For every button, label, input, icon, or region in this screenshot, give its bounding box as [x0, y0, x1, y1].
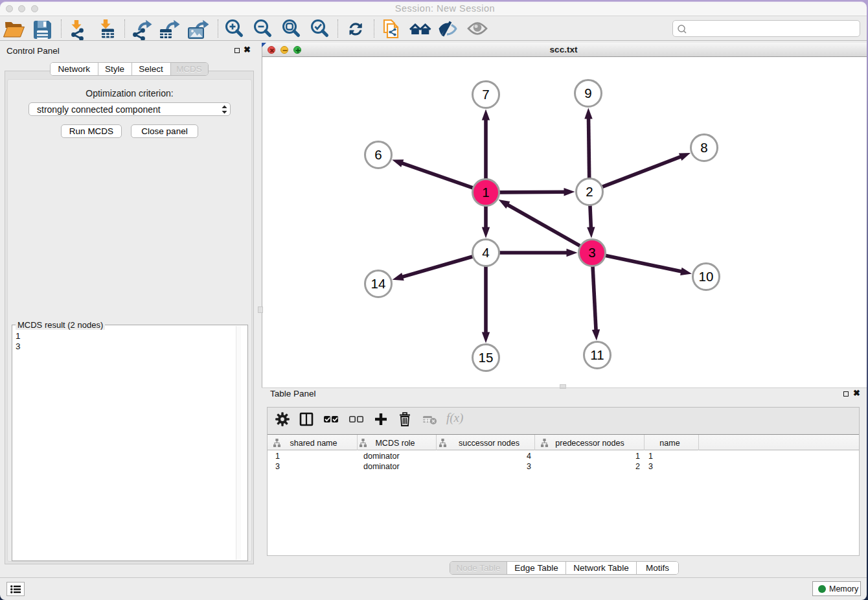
svg-text:11: 11 — [590, 347, 604, 362]
svg-text:4: 4 — [482, 245, 489, 260]
svg-text:1: 1 — [482, 185, 489, 200]
svg-text:9: 9 — [584, 86, 591, 100]
svg-text:7: 7 — [482, 87, 489, 102]
svg-text:10: 10 — [699, 269, 714, 284]
svg-text:15: 15 — [479, 350, 494, 365]
svg-text:3: 3 — [588, 245, 595, 260]
svg-text:14: 14 — [371, 276, 386, 291]
svg-text:6: 6 — [374, 147, 382, 162]
svg-text:8: 8 — [700, 140, 707, 155]
svg-text:2: 2 — [586, 184, 593, 199]
